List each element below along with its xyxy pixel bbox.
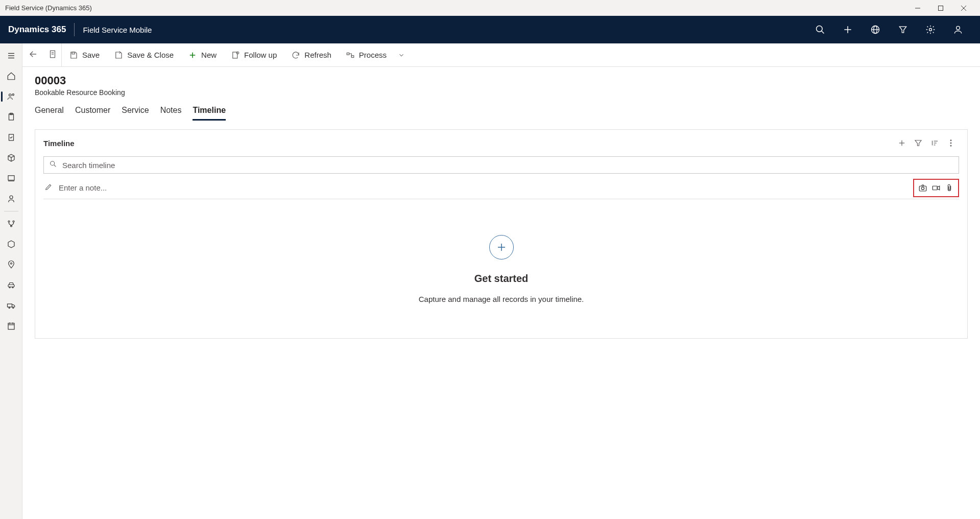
truck-icon[interactable] — [0, 295, 22, 316]
hamburger-icon[interactable] — [0, 45, 22, 66]
svg-rect-1 — [938, 6, 943, 10]
svg-rect-32 — [7, 304, 12, 307]
nav-group — [25, 43, 62, 66]
device-icon[interactable] — [0, 168, 22, 188]
svg-point-31 — [12, 287, 13, 288]
tab-timeline[interactable]: Timeline — [193, 106, 226, 121]
tab-notes[interactable]: Notes — [160, 106, 182, 121]
page-header: 00003 Bookable Resource Booking — [22, 67, 980, 97]
window-title: Field Service (Dynamics 365) — [5, 4, 92, 12]
svg-rect-64 — [933, 186, 937, 190]
filter-records-icon[interactable] — [910, 135, 926, 151]
svg-point-26 — [13, 221, 14, 222]
back-button[interactable] — [29, 50, 38, 61]
more-icon[interactable] — [943, 135, 959, 151]
add-record-icon[interactable] — [894, 135, 910, 151]
search-timeline[interactable] — [43, 156, 959, 174]
form-selector-icon[interactable] — [48, 50, 57, 61]
empty-subtitle: Capture and manage all records in your t… — [419, 295, 584, 303]
svg-marker-11 — [899, 27, 906, 33]
empty-state: Get started Capture and manage all recor… — [35, 199, 967, 303]
cube-icon[interactable] — [0, 234, 22, 254]
gear-icon[interactable] — [917, 16, 944, 43]
clipboard-check-icon[interactable] — [0, 127, 22, 148]
filter-icon[interactable] — [889, 16, 917, 43]
process-label: Process — [359, 51, 387, 59]
person-icon[interactable] — [0, 188, 22, 209]
svg-point-30 — [9, 287, 10, 288]
svg-point-34 — [12, 307, 13, 308]
record-id: 00003 — [35, 74, 968, 87]
new-button[interactable]: New — [181, 43, 224, 66]
svg-point-4 — [817, 26, 823, 32]
branch-icon[interactable] — [0, 214, 22, 234]
home-icon[interactable] — [0, 66, 22, 86]
window-maximize[interactable] — [929, 0, 952, 16]
svg-rect-49 — [351, 55, 354, 57]
svg-point-47 — [236, 52, 239, 54]
svg-point-28 — [10, 263, 12, 264]
svg-rect-48 — [347, 53, 349, 55]
search-icon[interactable] — [806, 16, 834, 43]
search-input[interactable] — [61, 160, 953, 170]
follow-up-button[interactable]: Follow up — [224, 43, 284, 66]
save-close-button[interactable]: Save & Close — [107, 43, 181, 66]
svg-marker-65 — [937, 186, 940, 190]
divider — [74, 23, 75, 36]
car-icon[interactable] — [0, 275, 22, 295]
tab-customer[interactable]: Customer — [75, 106, 110, 121]
svg-point-59 — [950, 145, 951, 146]
box-icon[interactable] — [0, 148, 22, 168]
people-icon[interactable] — [0, 86, 22, 107]
svg-point-25 — [8, 221, 10, 222]
add-circle-button[interactable] — [489, 235, 514, 260]
svg-point-63 — [921, 187, 924, 190]
svg-point-12 — [929, 29, 932, 31]
svg-rect-35 — [8, 323, 14, 329]
pencil-icon — [44, 183, 53, 193]
user-icon[interactable] — [944, 16, 972, 43]
search-icon — [49, 160, 57, 170]
svg-point-17 — [9, 94, 11, 97]
svg-point-13 — [957, 26, 960, 30]
window-close[interactable] — [952, 0, 975, 16]
refresh-label: Refresh — [304, 51, 331, 59]
add-icon[interactable] — [834, 16, 862, 43]
tab-general[interactable]: General — [35, 106, 64, 121]
refresh-button[interactable]: Refresh — [284, 43, 339, 66]
svg-point-33 — [9, 307, 10, 308]
tab-service[interactable]: Service — [122, 106, 149, 121]
panel-title: Timeline — [43, 139, 75, 148]
save-button[interactable]: Save — [62, 43, 107, 66]
video-icon[interactable] — [930, 182, 942, 194]
new-label: New — [201, 51, 217, 59]
svg-point-24 — [10, 196, 13, 199]
svg-point-60 — [51, 161, 55, 166]
record-entity: Bookable Resource Booking — [35, 88, 968, 97]
globe-icon[interactable] — [862, 16, 889, 43]
svg-marker-52 — [915, 140, 921, 146]
app-header: Dynamics 365 Field Service Mobile — [0, 16, 980, 43]
svg-line-5 — [822, 31, 824, 34]
nav-rail — [0, 43, 22, 519]
pin-icon[interactable] — [0, 254, 22, 275]
process-button[interactable]: Process — [339, 43, 394, 66]
window-titlebar: Field Service (Dynamics 365) — [0, 0, 980, 16]
follow-up-label: Follow up — [244, 51, 277, 59]
svg-rect-29 — [8, 285, 14, 287]
clipboard-icon[interactable] — [0, 107, 22, 127]
panel-header: Timeline — [35, 130, 967, 153]
rail-separator — [4, 211, 18, 211]
main: Save Save & Close New Follow up Refresh … — [0, 43, 980, 519]
window-minimize[interactable] — [906, 0, 929, 16]
more-commands[interactable] — [394, 43, 409, 66]
timeline-panel: Timeline — [35, 129, 968, 339]
tabs: General Customer Service Notes Timeline — [22, 97, 980, 121]
sort-icon[interactable] — [926, 135, 943, 151]
note-row — [43, 177, 959, 199]
note-input[interactable] — [58, 183, 908, 193]
content: Save Save & Close New Follow up Refresh … — [22, 43, 980, 519]
paperclip-icon[interactable] — [944, 182, 955, 194]
camera-icon[interactable] — [917, 182, 928, 194]
calendar-icon[interactable] — [0, 316, 22, 336]
